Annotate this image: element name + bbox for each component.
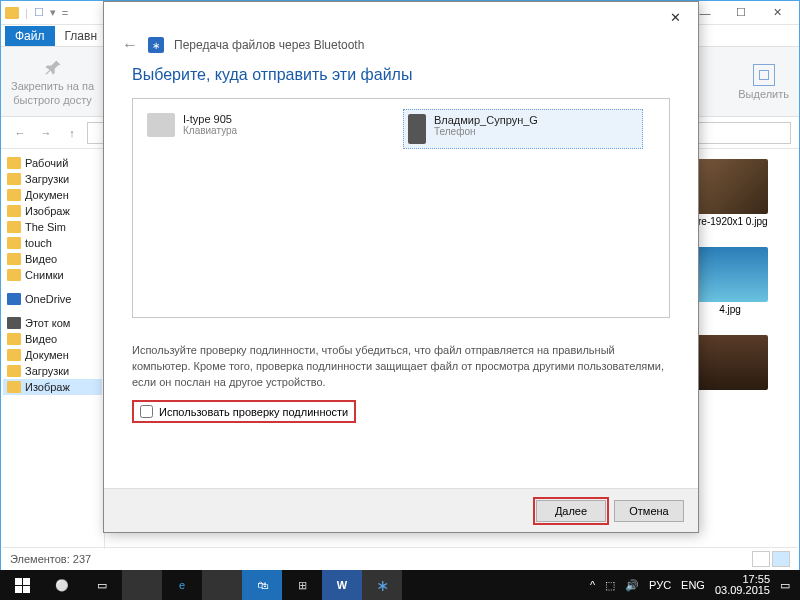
keyboard-indicator[interactable]: ENG	[681, 579, 705, 591]
auth-checkbox-label[interactable]: Использовать проверку подлинности	[132, 400, 356, 423]
taskbar-bluetooth[interactable]: ∗	[362, 570, 402, 600]
nav-label: Снимки	[25, 269, 64, 281]
onedrive-icon	[7, 293, 21, 305]
notifications-icon[interactable]: ▭	[780, 579, 790, 592]
auth-checkbox-text: Использовать проверку подлинности	[159, 406, 348, 418]
dialog-title: Передача файлов через Bluetooth	[174, 38, 364, 52]
nav-item[interactable]: The Sim	[3, 219, 102, 235]
folder-icon	[7, 365, 21, 377]
bluetooth-transfer-dialog: ✕ ← ∗ Передача файлов через Bluetooth Вы…	[103, 1, 699, 533]
folder-icon	[7, 349, 21, 361]
cancel-button[interactable]: Отмена	[614, 500, 684, 522]
folder-icon	[7, 253, 21, 265]
nav-label: Докумен	[25, 349, 69, 361]
folder-icon	[7, 157, 21, 169]
taskbar-clock[interactable]: 17:55 03.09.2015	[715, 574, 770, 596]
nav-this-pc[interactable]: Этот ком	[3, 315, 102, 331]
back-arrow-icon[interactable]: ←	[122, 36, 138, 54]
nav-label: OneDrive	[25, 293, 71, 305]
maximize-button[interactable]: ☐	[723, 2, 759, 24]
nav-item[interactable]: Снимки	[3, 267, 102, 283]
nav-label: The Sim	[25, 221, 66, 233]
dialog-close-button[interactable]: ✕	[660, 3, 690, 31]
task-view-icon[interactable]: ▭	[82, 570, 122, 600]
nav-item[interactable]: Видео	[3, 331, 102, 347]
nav-label: Изображ	[25, 381, 70, 393]
nav-label: Видео	[25, 253, 57, 265]
nav-item[interactable]: Докумен	[3, 347, 102, 363]
up-button[interactable]: ↑	[61, 122, 83, 144]
auth-checkbox[interactable]	[140, 405, 153, 418]
folder-icon	[7, 205, 21, 217]
nav-label: Рабочий	[25, 157, 68, 169]
dialog-title-bar: ✕	[104, 2, 698, 32]
pin-to-quick-access-button[interactable]: Закрепить на па быстрого досту	[11, 58, 94, 106]
qat-separator: =	[62, 7, 68, 19]
device-name: Владмир_Супрун_G	[434, 114, 538, 126]
device-item-keyboard[interactable]: I-type 905 Клавиатура	[143, 109, 383, 141]
tray-up-icon[interactable]: ^	[590, 579, 595, 591]
nav-item[interactable]: Загрузки	[3, 363, 102, 379]
item-count: Элементов: 237	[10, 553, 91, 565]
taskbar-app[interactable]: ⊞	[282, 570, 322, 600]
nav-label: touch	[25, 237, 52, 249]
navigation-pane: Рабочий Загрузки Докумен Изображ The Sim…	[1, 149, 105, 549]
device-name: I-type 905	[183, 113, 237, 125]
nav-item[interactable]: Докумен	[3, 187, 102, 203]
nav-label: Этот ком	[25, 317, 70, 329]
lang-indicator[interactable]: РУС	[649, 579, 671, 591]
folder-icon	[7, 333, 21, 345]
nav-item[interactable]: Изображ	[3, 203, 102, 219]
nav-item[interactable]: Видео	[3, 251, 102, 267]
close-button[interactable]: ✕	[759, 2, 795, 24]
phone-icon	[408, 114, 426, 144]
folder-icon	[7, 269, 21, 281]
dialog-footer: Далее Отмена	[104, 488, 698, 532]
start-button[interactable]	[2, 570, 42, 600]
select-label: Выделить	[738, 88, 789, 100]
taskbar: ⚪ ▭ e 🛍 ⊞ W ∗ ^ ⬚ 🔊 РУС ENG 17:55 03.09.…	[0, 570, 800, 600]
dialog-header: ← ∗ Передача файлов через Bluetooth	[104, 32, 698, 66]
status-bar: Элементов: 237	[2, 547, 798, 569]
clock-date: 03.09.2015	[715, 585, 770, 596]
device-list: I-type 905 Клавиатура Владмир_Супрун_G Т…	[132, 98, 670, 318]
forward-button[interactable]: →	[35, 122, 57, 144]
pin-label-1: Закрепить на па	[11, 80, 94, 92]
taskbar-word[interactable]: W	[322, 570, 362, 600]
details-view-button[interactable]	[752, 551, 770, 567]
next-button[interactable]: Далее	[536, 500, 606, 522]
folder-icon	[5, 7, 19, 19]
select-icon	[753, 64, 775, 86]
thumbnails-view-button[interactable]	[772, 551, 790, 567]
pin-icon	[43, 58, 63, 78]
taskbar-explorer2[interactable]	[202, 570, 242, 600]
thumb-image	[693, 159, 768, 214]
select-group[interactable]: Выделить	[738, 64, 789, 100]
device-type: Телефон	[434, 126, 538, 137]
tray-volume-icon[interactable]: 🔊	[625, 579, 639, 592]
thumb-image	[693, 335, 768, 390]
thumb-label: ere-1920x1 0.jpg	[692, 216, 767, 227]
nav-item[interactable]: Рабочий	[3, 155, 102, 171]
tray-network-icon[interactable]: ⬚	[605, 579, 615, 592]
tab-home[interactable]: Главн	[55, 26, 108, 46]
keyboard-icon	[147, 113, 175, 137]
qat-dropdown-icon[interactable]: ▾	[50, 6, 56, 19]
nav-label: Загрузки	[25, 365, 69, 377]
qat-divider: |	[25, 7, 28, 19]
nav-item[interactable]: Загрузки	[3, 171, 102, 187]
windows-icon	[15, 578, 30, 593]
nav-label: Изображ	[25, 205, 70, 217]
taskbar-store[interactable]: 🛍	[242, 570, 282, 600]
nav-onedrive[interactable]: OneDrive	[3, 291, 102, 307]
taskbar-explorer[interactable]	[122, 570, 162, 600]
qat-save-icon[interactable]: ☐	[34, 6, 44, 19]
tab-file[interactable]: Файл	[5, 26, 55, 46]
back-button[interactable]: ←	[9, 122, 31, 144]
nav-item[interactable]: touch	[3, 235, 102, 251]
taskbar-edge[interactable]: e	[162, 570, 202, 600]
search-icon[interactable]: ⚪	[42, 570, 82, 600]
nav-label: Загрузки	[25, 173, 69, 185]
device-item-phone[interactable]: Владмир_Супрун_G Телефон	[403, 109, 643, 149]
nav-item-selected[interactable]: Изображ	[3, 379, 102, 395]
